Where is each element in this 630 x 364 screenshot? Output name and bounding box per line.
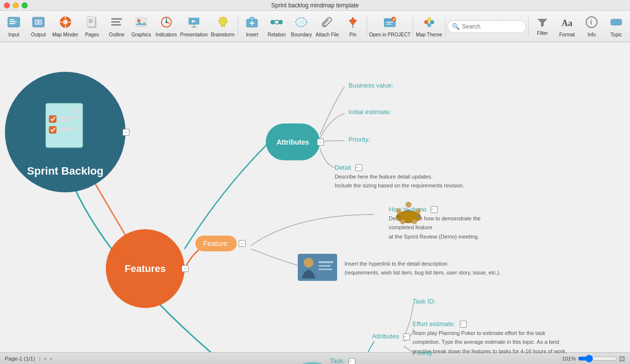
traffic-lights [4, 2, 28, 8]
effort-estimate-desc: Team play Planning Poker to estimate eff… [412, 330, 567, 354]
svg-rect-40 [49, 116, 56, 122]
toolbar-pages[interactable]: Pages [80, 12, 104, 41]
toolbar-format[interactable]: Aa Format [555, 12, 579, 41]
document-icon [38, 101, 93, 165]
svg-point-18 [165, 21, 167, 23]
task-box-collapse[interactable]: − [348, 358, 355, 364]
indicators-label: Indicators [156, 32, 177, 37]
toolbar-openinproject[interactable]: Open in PROJECT [369, 12, 410, 41]
svg-rect-55 [318, 261, 333, 263]
priority-lower-node[interactable]: Priority: [412, 348, 434, 357]
toolbar-maptheme[interactable]: Map Theme [415, 12, 443, 41]
business-value-title: Business value: [348, 82, 393, 89]
insert-label: Insert [246, 32, 258, 37]
task-id-node[interactable]: Task ID: [412, 297, 436, 305]
svg-rect-57 [318, 269, 332, 270]
toolbar-input[interactable]: Input [2, 12, 26, 41]
toolbar-mapminder[interactable]: Map Minder [51, 12, 79, 41]
initial-estimate-node[interactable]: Initial estimate: [348, 107, 391, 116]
graphics-icon [134, 15, 148, 31]
search-input[interactable] [462, 23, 526, 30]
openinproject-label: Open in PROJECT [369, 32, 410, 37]
svg-point-6 [63, 20, 68, 25]
output-icon [32, 15, 45, 31]
svg-rect-42 [58, 120, 73, 121]
search-icon: 🔍 [452, 23, 460, 30]
attachfile-label: Attach File [315, 32, 339, 37]
brainstorm-label: Brainstorm [211, 32, 235, 37]
svg-rect-15 [136, 18, 147, 27]
toolbar-pin[interactable]: Pin [341, 12, 365, 41]
toolbar-presentation[interactable]: Presentation [179, 12, 209, 41]
task-box-node[interactable]: Task: − [330, 357, 355, 364]
canvas: Sprint Backlog − Features − Tasks − Attr… [0, 42, 630, 364]
page-nav-forward[interactable]: › [50, 356, 52, 362]
toolbar-graphics[interactable]: Graphics [129, 12, 153, 41]
sprint-backlog-node[interactable]: Sprint Backlog − [5, 72, 126, 192]
toolbar-boundary[interactable]: Boundary [289, 12, 314, 41]
format-icon: Aa [560, 15, 574, 31]
fit-page-icon[interactable]: ⊡ [619, 355, 625, 363]
detail-node[interactable]: Detail − Describe here the feature detai… [335, 163, 464, 190]
toolbar-topic[interactable]: Topic [604, 12, 628, 41]
toolbar: Input Output Map Minder [0, 11, 630, 42]
svg-rect-46 [58, 137, 75, 139]
task-attributes-collapse[interactable]: − [403, 334, 410, 340]
page-nav-back[interactable]: ‹ [44, 356, 46, 362]
svg-point-23 [271, 20, 275, 24]
detail-desc: Describe here the feature detail updates… [335, 174, 464, 188]
toolbar-brainstorm[interactable]: Brainstorm [210, 12, 236, 41]
business-value-node[interactable]: Business value: [348, 81, 393, 90]
svg-point-54 [304, 258, 314, 268]
svg-rect-1 [9, 19, 14, 20]
toolbar-indicators[interactable]: Indicators [154, 12, 178, 41]
toolbar-sep-2 [367, 17, 367, 36]
svg-rect-8 [87, 17, 95, 27]
feature-box-collapse[interactable]: − [239, 240, 246, 247]
toolbar-sep-1 [238, 17, 238, 36]
features-label: Features [125, 263, 165, 274]
toolbar-output[interactable]: Output [27, 12, 50, 41]
initial-estimate-title: Initial estimate: [348, 108, 391, 116]
toolbar-outline[interactable]: Outline [105, 12, 128, 41]
feature-box-node[interactable]: Feature: − [195, 236, 237, 251]
topic-icon [609, 15, 623, 31]
features-collapse[interactable]: − [182, 265, 189, 272]
effort-estimate-collapse[interactable]: − [460, 321, 467, 328]
detail-collapse[interactable]: − [355, 164, 362, 171]
svg-point-31 [430, 20, 434, 24]
svg-rect-14 [111, 24, 121, 26]
priority-upper-node[interactable]: Priority: [348, 135, 370, 144]
zoom-slider[interactable] [578, 355, 617, 363]
maximize-button[interactable] [22, 2, 28, 8]
graphics-label: Graphics [131, 32, 151, 37]
minimize-button[interactable] [13, 2, 19, 8]
how-to-demo-collapse[interactable]: − [431, 206, 438, 213]
toolbar-insert[interactable]: Insert [240, 12, 264, 41]
search-box[interactable]: 🔍 [447, 20, 526, 33]
svg-rect-13 [111, 21, 120, 23]
format-label: Format [559, 32, 575, 37]
sprint-backlog-collapse[interactable]: − [123, 129, 129, 136]
effort-estimate-node[interactable]: Effort estimate: − Team play Planning Po… [412, 319, 567, 355]
toolbar-relation[interactable]: Relation [265, 12, 288, 41]
pages-icon [85, 15, 99, 31]
svg-rect-22 [250, 17, 254, 20]
svg-rect-3 [9, 23, 15, 24]
attributes-upper-collapse[interactable]: − [317, 139, 324, 146]
hyperlink-desc-node[interactable]: Insert the hyperlink to the detail descr… [345, 259, 501, 277]
toolbar-info[interactable]: i Info [580, 12, 603, 41]
meeting-icon [389, 192, 428, 232]
task-id-title: Task ID: [412, 298, 436, 305]
toolbar-attachfile[interactable]: Attach File [315, 12, 340, 41]
mapminder-label: Map Minder [52, 32, 78, 37]
svg-point-50 [416, 209, 421, 213]
task-attributes-node[interactable]: Attributes − [372, 333, 410, 340]
close-button[interactable] [4, 2, 10, 8]
toolbar-filter[interactable]: Filter [531, 12, 554, 41]
attributes-upper-node[interactable]: Attributes − [266, 123, 320, 160]
features-node[interactable]: Features − [106, 229, 185, 308]
brainstorm-icon [216, 15, 230, 31]
attributes-upper-label: Attributes [277, 138, 309, 146]
mapminder-icon [59, 15, 72, 31]
